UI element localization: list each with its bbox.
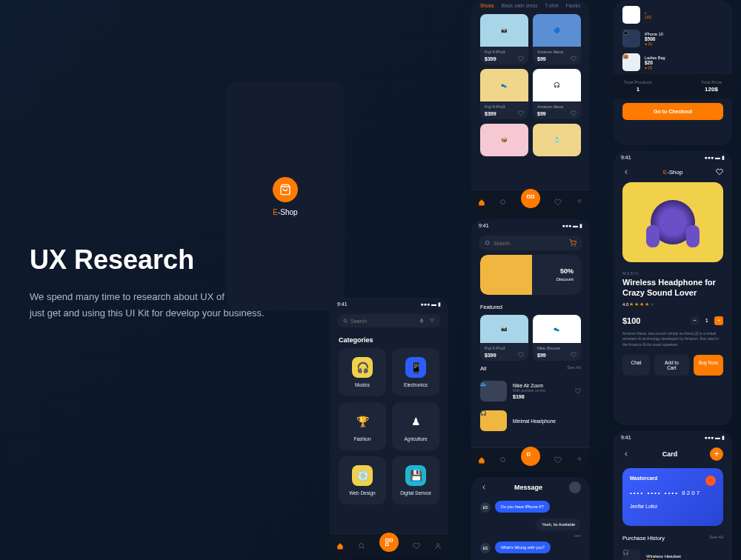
cart-icon[interactable] <box>569 239 576 247</box>
mastercard-icon <box>705 476 716 486</box>
cart-item-image <box>622 6 640 24</box>
avatar[interactable] <box>569 481 581 493</box>
heart-nav-icon[interactable] <box>413 542 420 550</box>
search-nav-icon[interactable] <box>358 542 365 550</box>
user-nav-icon[interactable] <box>434 542 442 550</box>
credit-card[interactable]: Mastercard •••• •••• •••• 8207 Jenifar L… <box>622 468 723 526</box>
back-icon[interactable] <box>622 168 630 176</box>
product-image: 📦 <box>480 124 528 156</box>
sender-avatar: ES <box>480 502 491 513</box>
category-tabs: Shoes Black satin dress T-shirt Fashio <box>471 0 590 11</box>
scan-button[interactable] <box>379 533 399 552</box>
scan-button[interactable] <box>521 189 540 208</box>
cart-item[interactable]: 👜 Ladies Bag$20● (1) <box>614 50 732 74</box>
qty-minus[interactable]: − <box>691 316 700 325</box>
see-all-link[interactable]: See All <box>709 535 723 541</box>
heart-nav-icon[interactable] <box>554 456 562 464</box>
webdesign-icon: 💿 <box>352 465 373 486</box>
search-input[interactable] <box>494 241 566 246</box>
tab-tshirt[interactable]: T-shirt <box>545 3 559 8</box>
back-icon[interactable] <box>622 450 630 458</box>
add-card-button[interactable]: + <box>710 447 723 461</box>
mic-icon[interactable] <box>419 318 425 324</box>
scan-button[interactable] <box>521 447 540 466</box>
list-item[interactable]: 👟 Nike Air ZoomWith pockets on the$198 <box>471 376 590 406</box>
card-holder: Jenifar Lofez <box>630 504 716 509</box>
product-card[interactable]: 🧴 <box>533 124 581 156</box>
search-bar[interactable] <box>479 236 582 250</box>
phone-message: Message ES Do you have iPhone X? Yeah, I… <box>471 477 590 560</box>
category-musics[interactable]: 🎧 Musics <box>339 348 386 396</box>
home-icon[interactable] <box>478 199 485 206</box>
category-digital[interactable]: 💾 Digital Serivce <box>392 456 439 504</box>
heart-nav-icon[interactable] <box>554 199 562 206</box>
buy-now-button[interactable]: Buy Now <box>694 355 723 376</box>
heart-icon[interactable] <box>571 56 576 61</box>
tab-shoes[interactable]: Shoes <box>480 3 494 8</box>
product-card[interactable]: 📷 Fuji X-Pro3$399 <box>480 14 528 64</box>
product-image: 🎧 <box>533 69 581 101</box>
app-logo-icon <box>273 177 298 202</box>
history-title: Purchase History <box>622 535 665 541</box>
category-fashion[interactable]: 🏆 Fashion <box>339 402 386 450</box>
tab-dress[interactable]: Black satin dress <box>501 3 537 8</box>
phone-categories: 9:41 ●●● ▬ ▮ Categories 🎧 Musics 📱 Elect… <box>330 298 448 557</box>
featured-item[interactable]: 📷 Fuji X-Pro3$399 <box>480 315 528 361</box>
product-hero-image <box>622 182 723 262</box>
search-bar[interactable] <box>337 314 441 327</box>
see-all-link[interactable]: See All <box>567 365 581 372</box>
user-nav-icon[interactable] <box>576 199 583 206</box>
purchase-item[interactable]: 🎧 Wireless Headset$15 <box>614 546 732 560</box>
cart-item[interactable]: ●(10) <box>614 0 732 27</box>
qty-plus[interactable]: + <box>714 316 723 325</box>
hero-banner[interactable]: 50%Discount <box>480 255 581 295</box>
search-nav-icon[interactable] <box>499 456 507 464</box>
heart-icon[interactable] <box>575 388 581 394</box>
status-bar: 9:41●●● ▬ ▮ <box>614 431 732 444</box>
svg-point-13 <box>575 245 576 246</box>
heart-icon[interactable] <box>571 352 576 358</box>
user-nav-icon[interactable] <box>576 456 583 464</box>
product-category: MUSIC <box>614 265 732 277</box>
heart-icon[interactable] <box>716 168 723 176</box>
featured-item[interactable]: 👟 Nike Shoues$99 <box>533 315 581 361</box>
product-card[interactable]: 👟 Fuji X-Pro3$399 <box>480 69 528 119</box>
category-webdesign[interactable]: 💿 Web Design <box>339 456 386 504</box>
search-input[interactable] <box>350 319 416 324</box>
app-name: E-Shop <box>273 208 297 216</box>
message-bubble: Do you have iPhone X? <box>495 501 550 513</box>
tab-fashion[interactable]: Fashio <box>566 3 581 8</box>
product-title: Wireless Headphone for Crazy Sound Lover <box>614 277 732 299</box>
checkout-button[interactable]: Go to Checkout <box>622 103 723 120</box>
product-card[interactable]: 📦 <box>480 124 528 156</box>
home-icon[interactable] <box>478 456 485 464</box>
filter-icon[interactable] <box>429 318 435 324</box>
add-to-cart-button[interactable]: Add to Cart <box>654 355 689 376</box>
product-card[interactable]: 🔵 Amazon Alexa$99 <box>533 14 581 64</box>
svg-point-6 <box>436 543 439 545</box>
search-nav-icon[interactable] <box>499 199 507 206</box>
heart-icon[interactable] <box>518 352 524 358</box>
chat-button[interactable]: Chat <box>622 355 650 376</box>
product-card[interactable]: 🎧 Amazon Alexa$99 <box>533 69 581 119</box>
cart-item[interactable]: 📱 iPhone 10$500● (1) <box>614 27 732 50</box>
status-bar: 9:41 ●●● ▬ ▮ <box>330 298 448 311</box>
quantity-control: − 1 + <box>691 316 723 325</box>
svg-point-7 <box>501 199 505 204</box>
category-electronics[interactable]: 📱 Electronics <box>392 348 439 396</box>
message-bubble: What's Wrong with you? <box>495 541 551 553</box>
svg-rect-8 <box>527 195 530 198</box>
category-agriculture[interactable]: ♟ Agriculture <box>392 402 439 450</box>
message-bubble: Yeah, Its Available <box>536 519 581 530</box>
list-item[interactable]: 🎧 Minimal Headphone <box>471 406 590 436</box>
heart-icon[interactable] <box>518 110 524 116</box>
fashion-icon: 🏆 <box>352 411 373 432</box>
card-page-title: Card <box>662 450 678 458</box>
search-icon <box>485 240 491 246</box>
home-icon[interactable] <box>336 542 344 550</box>
svg-rect-3 <box>385 539 388 541</box>
back-icon[interactable] <box>480 484 488 491</box>
heart-icon[interactable] <box>571 110 576 116</box>
heart-icon[interactable] <box>518 56 524 61</box>
bottom-nav <box>471 447 590 471</box>
